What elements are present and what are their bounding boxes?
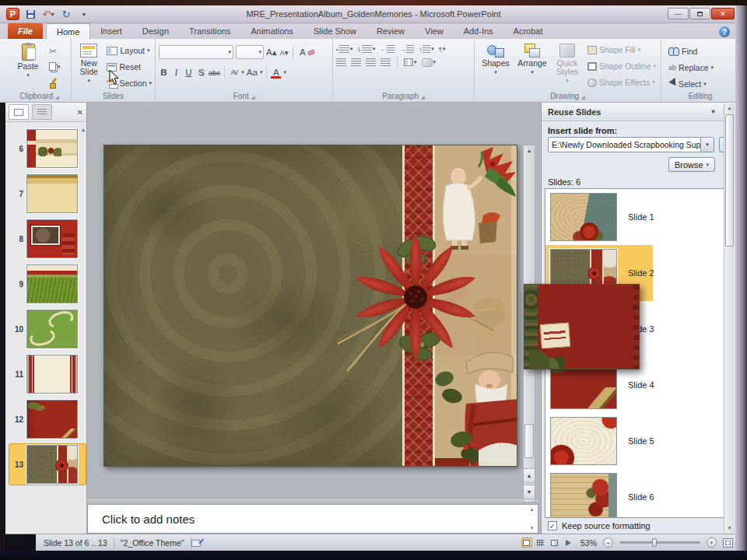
- spell-check-button[interactable]: ✓: [191, 538, 204, 548]
- select-button[interactable]: Select▾: [667, 77, 738, 91]
- shape-fill-button[interactable]: Shape Fill▾: [586, 43, 658, 57]
- arrange-button[interactable]: Arrange ▾: [514, 41, 551, 91]
- reuse-slide-thumbnail[interactable]: [550, 473, 617, 518]
- tab-slides[interactable]: [9, 104, 29, 120]
- justify-button[interactable]: [381, 58, 391, 66]
- align-center-button[interactable]: [351, 58, 361, 66]
- decrease-indent-button[interactable]: ←: [380, 45, 395, 53]
- ribbon-tab[interactable]: View: [415, 23, 454, 39]
- line-spacing-button[interactable]: ↕▾: [419, 45, 434, 53]
- shape-effects-button[interactable]: Shape Effects▾: [586, 75, 658, 89]
- slide-thumbnail-row[interactable]: 6: [9, 128, 86, 170]
- slide-thumbnail-row[interactable]: 8: [9, 218, 86, 260]
- notes-splitter[interactable]: [87, 498, 538, 504]
- next-slide-button[interactable]: ▼: [523, 485, 535, 499]
- clear-formatting-button[interactable]: A: [297, 47, 307, 57]
- shape-outline-button[interactable]: Shape Outline▾: [586, 59, 658, 73]
- slide-thumbnail[interactable]: [26, 129, 78, 168]
- ribbon-tab[interactable]: Animations: [240, 23, 303, 39]
- convert-smartart-button[interactable]: ▾: [422, 58, 437, 67]
- bullets-button[interactable]: •▾: [336, 45, 352, 53]
- slide-thumbnail-row[interactable]: 12: [9, 398, 86, 440]
- slide-thumbnail-row[interactable]: 7: [9, 173, 86, 215]
- font-color-button[interactable]: A: [271, 68, 281, 77]
- close-button[interactable]: ✕: [711, 8, 735, 19]
- copy-button[interactable]: ▾: [47, 60, 62, 73]
- slide-thumbnail[interactable]: [26, 264, 78, 303]
- fit-to-window-button[interactable]: [723, 538, 733, 548]
- keep-source-formatting-row[interactable]: ✓ Keep source formatting: [548, 521, 651, 530]
- text-shadow-button[interactable]: S: [196, 68, 206, 77]
- ribbon-tab[interactable]: Design: [132, 23, 179, 39]
- slide-thumbnail-row[interactable]: 13: [9, 443, 86, 485]
- quick-styles-button[interactable]: Quick Styles ▾: [551, 41, 584, 91]
- paste-button[interactable]: Paste ▾: [11, 41, 45, 91]
- zoom-slider-thumb[interactable]: [652, 538, 657, 547]
- ribbon-tab[interactable]: Home: [46, 23, 90, 39]
- columns-button[interactable]: ▾: [404, 58, 417, 66]
- slide-thumbnail[interactable]: [26, 355, 78, 394]
- minimize-button[interactable]: —: [668, 8, 689, 19]
- scrollbar-thumb[interactable]: [524, 424, 534, 458]
- scroll-down-icon[interactable]: ▾: [724, 525, 735, 531]
- slide-thumbnail[interactable]: [26, 400, 78, 439]
- panel-menu-icon[interactable]: ▾: [712, 108, 715, 115]
- notes-scrollbar[interactable]: ▴ ▾: [528, 506, 536, 531]
- ribbon-tab[interactable]: File: [8, 23, 43, 39]
- drawing-dialog-launcher-icon[interactable]: ◢: [581, 95, 585, 100]
- cut-button[interactable]: ✂: [47, 44, 62, 58]
- slideshow-view-button[interactable]: [563, 537, 574, 548]
- zoom-in-button[interactable]: +: [707, 537, 717, 548]
- ribbon-tab[interactable]: Add-Ins: [454, 23, 503, 39]
- zoom-slider[interactable]: [619, 541, 700, 544]
- font-dialog-launcher-icon[interactable]: ◢: [251, 95, 255, 100]
- layout-button[interactable]: Layout▾: [105, 44, 153, 58]
- paste-dropdown-icon[interactable]: ▾: [26, 72, 30, 79]
- font-size-combo[interactable]: ▾: [236, 45, 264, 59]
- insert-from-combo[interactable]: E:\Newly Downloaded Scrapbooking Supp ▾: [548, 137, 714, 152]
- grow-font-button[interactable]: A▴: [266, 47, 276, 58]
- reuse-slide-item[interactable]: Slide 1: [545, 189, 731, 245]
- scrollbar-thumb[interactable]: [725, 114, 734, 247]
- ribbon-tab[interactable]: Slide Show: [303, 23, 366, 39]
- slide-thumbnail[interactable]: [26, 445, 78, 484]
- reading-view-button[interactable]: [549, 537, 560, 548]
- normal-view-button[interactable]: [521, 537, 532, 548]
- slide-thumbnail-row[interactable]: 9: [9, 263, 86, 305]
- change-case-button[interactable]: Aa: [247, 68, 258, 77]
- browse-button[interactable]: Browse▾: [668, 157, 715, 172]
- slide-sorter-view-button[interactable]: [535, 537, 546, 548]
- text-direction-button[interactable]: ¶▾: [439, 46, 446, 53]
- slide-thumbnail-row[interactable]: 11: [9, 353, 86, 395]
- help-icon[interactable]: ?: [719, 26, 730, 37]
- character-spacing-button[interactable]: AV: [229, 68, 239, 76]
- notes-pane[interactable]: Click to add notes ▴ ▾: [87, 504, 538, 534]
- find-button[interactable]: Find: [667, 44, 738, 58]
- ribbon-tab[interactable]: Insert: [90, 23, 132, 39]
- replace-button[interactable]: abReplace▾: [667, 61, 738, 75]
- notes-scroll-down-icon[interactable]: ▾: [531, 525, 534, 531]
- theme-name[interactable]: "2_Office Theme": [114, 538, 191, 548]
- maximize-button[interactable]: [689, 8, 710, 19]
- zoom-out-button[interactable]: −: [603, 537, 613, 548]
- slide-thumbnail[interactable]: [26, 174, 78, 213]
- slide-thumbnail[interactable]: [26, 219, 78, 258]
- zoom-level[interactable]: 53%: [580, 538, 597, 548]
- reuse-slide-thumbnail[interactable]: [550, 417, 617, 465]
- align-left-button[interactable]: [336, 58, 346, 66]
- scroll-up-icon[interactable]: ▴: [724, 105, 735, 111]
- slide-thumbnail-row[interactable]: 10: [9, 308, 86, 350]
- keep-source-checkbox[interactable]: ✓: [548, 521, 557, 530]
- ribbon-tab[interactable]: Transitions: [179, 23, 240, 39]
- align-right-button[interactable]: [366, 58, 376, 66]
- underline-button[interactable]: U: [184, 68, 194, 77]
- slide-canvas[interactable]: [103, 145, 517, 467]
- ribbon-tab[interactable]: Review: [366, 23, 415, 39]
- new-slide-button[interactable]: New Slide ▾: [75, 41, 103, 91]
- font-name-combo[interactable]: ▾: [159, 45, 233, 59]
- shrink-font-button[interactable]: A▾: [279, 48, 289, 57]
- scroll-up-icon[interactable]: ▴: [524, 147, 535, 154]
- ribbon-tab[interactable]: Acrobat: [503, 23, 553, 39]
- reuse-slide-item[interactable]: Slide 5: [545, 413, 731, 469]
- reuse-slide-item[interactable]: Slide 6: [545, 469, 731, 518]
